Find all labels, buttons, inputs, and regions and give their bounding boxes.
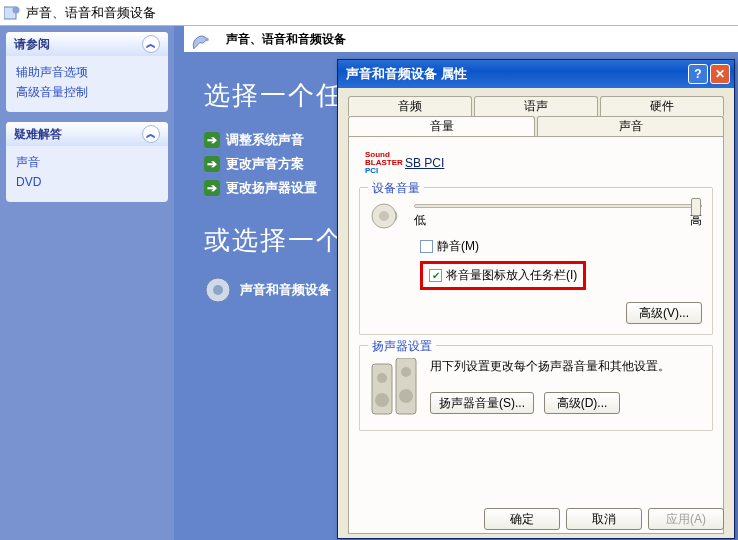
sidebar-link[interactable]: 高级音量控制 <box>16 82 158 102</box>
tab-panel-volume: SoundBLASTERPCI SB PCI 设备音量 低 高 静音( <box>348 136 724 534</box>
tab-audio[interactable]: 音频 <box>348 96 472 116</box>
collapse-icon[interactable]: ︽ <box>142 125 160 143</box>
volume-advanced-button[interactable]: 高级(V)... <box>626 302 702 324</box>
tab-strip: 音频 语声 硬件 音量 声音 <box>338 88 734 136</box>
category-item-label: 声音和音频设备 <box>240 281 331 299</box>
svg-rect-8 <box>396 358 416 414</box>
sound-category-icon <box>190 30 220 60</box>
sound-blaster-icon: SoundBLASTERPCI <box>365 151 397 175</box>
sidebar-link[interactable]: DVD <box>16 172 158 192</box>
go-arrow-icon: ➔ <box>204 180 220 196</box>
tab-sounds[interactable]: 声音 <box>537 116 724 136</box>
taskbar-icon-label: 将音量图标放入任务栏(I) <box>446 267 577 284</box>
checkbox-icon[interactable] <box>420 240 433 253</box>
sidebar-panel-see-also: 请参阅 ︽ 辅助声音选项 高级音量控制 <box>6 32 168 112</box>
mute-label: 静音(M) <box>437 238 479 255</box>
task-label: 更改声音方案 <box>226 155 304 173</box>
volume-speaker-icon <box>370 200 402 232</box>
category-header-text: 声音、语音和音频设备 <box>226 31 346 48</box>
tab-hardware[interactable]: 硬件 <box>600 96 724 116</box>
svg-point-9 <box>377 373 387 383</box>
apply-button[interactable]: 应用(A) <box>648 508 724 530</box>
svg-point-6 <box>379 211 389 221</box>
dialog-button-row: 确定 取消 应用(A) <box>348 508 724 530</box>
go-arrow-icon: ➔ <box>204 156 220 172</box>
category-header-bar: 声音、语音和音频设备 <box>184 26 738 52</box>
task-label: 调整系统声音 <box>226 131 304 149</box>
task-label: 更改扬声器设置 <box>226 179 317 197</box>
taskbar-icon-checkbox-row[interactable]: ✔ 将音量图标放入任务栏(I) <box>420 261 702 290</box>
slider-low-label: 低 <box>414 212 426 229</box>
sidebar-panel-troubleshoot: 疑难解答 ︽ 声音 DVD <box>6 122 168 202</box>
svg-point-12 <box>399 389 413 403</box>
sidebar: 请参阅 ︽ 辅助声音选项 高级音量控制 疑难解答 ︽ 声音 DVD <box>0 26 174 540</box>
slider-thumb[interactable] <box>691 198 701 216</box>
collapse-icon[interactable]: ︽ <box>142 35 160 53</box>
go-arrow-icon: ➔ <box>204 132 220 148</box>
speaker-desc: 用下列设置更改每个扬声器音量和其他设置。 <box>430 358 702 374</box>
svg-point-2 <box>205 38 209 42</box>
svg-point-11 <box>401 367 411 377</box>
highlight-box: ✔ 将音量图标放入任务栏(I) <box>420 261 586 290</box>
ok-button[interactable]: 确定 <box>484 508 560 530</box>
tab-volume[interactable]: 音量 <box>348 116 535 136</box>
panel-header[interactable]: 请参阅 ︽ <box>6 32 168 56</box>
volume-slider[interactable]: 低 高 <box>414 204 702 229</box>
sidebar-link[interactable]: 辅助声音选项 <box>16 62 158 82</box>
category-small-icon <box>4 5 20 21</box>
help-button[interactable]: ? <box>688 64 708 84</box>
tab-voice[interactable]: 语声 <box>474 96 598 116</box>
cancel-button[interactable]: 取消 <box>566 508 642 530</box>
svg-point-4 <box>213 285 223 295</box>
checkbox-icon[interactable]: ✔ <box>429 269 442 282</box>
group-legend: 扬声器设置 <box>368 338 436 355</box>
panel-header[interactable]: 疑难解答 ︽ <box>6 122 168 146</box>
svg-point-10 <box>375 393 389 407</box>
device-link[interactable]: SB PCI <box>405 156 444 170</box>
device-volume-group: 设备音量 低 高 静音(M) ✔ <box>359 187 713 335</box>
close-button[interactable]: ✕ <box>710 64 730 84</box>
mute-checkbox-row[interactable]: 静音(M) <box>420 238 702 255</box>
address-bar: 声音、语音和音频设备 <box>0 0 738 26</box>
panel-title: 疑难解答 <box>14 126 62 143</box>
speakers-icon <box>370 358 422 420</box>
device-row: SoundBLASTERPCI SB PCI <box>365 151 713 175</box>
speaker-settings-group: 扬声器设置 用下列设置更改每个扬声器音量和其他设置。 扬声器音量(S)... 高… <box>359 345 713 431</box>
group-legend: 设备音量 <box>368 180 424 197</box>
speaker-icon <box>204 276 232 304</box>
sidebar-link[interactable]: 声音 <box>16 152 158 172</box>
speaker-volume-button[interactable]: 扬声器音量(S)... <box>430 392 534 414</box>
address-title: 声音、语音和音频设备 <box>26 4 156 22</box>
panel-title: 请参阅 <box>14 36 50 53</box>
properties-dialog: 声音和音频设备 属性 ? ✕ 音频 语声 硬件 音量 声音 SoundBLAST… <box>337 59 735 539</box>
svg-point-1 <box>13 6 20 13</box>
speaker-advanced-button[interactable]: 高级(D)... <box>544 392 620 414</box>
dialog-titlebar[interactable]: 声音和音频设备 属性 ? ✕ <box>338 60 734 88</box>
dialog-title: 声音和音频设备 属性 <box>342 65 686 83</box>
